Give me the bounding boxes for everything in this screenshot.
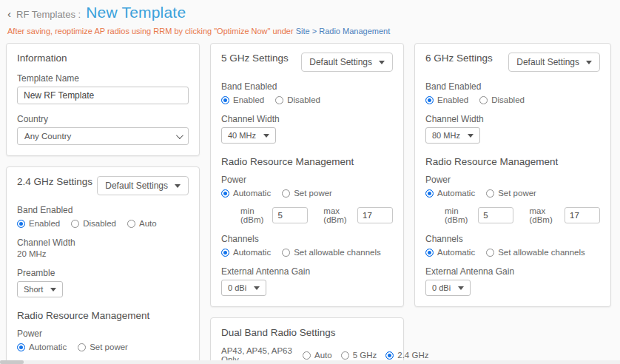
country-label: Country [17, 114, 189, 124]
radio-band5-channels-automatic[interactable]: Automatic [221, 248, 271, 257]
band6-rrm-title: Radio Resource Management [425, 156, 600, 167]
band24-default-settings-label: Default Settings [105, 181, 168, 191]
radio-label: Disabled [83, 219, 116, 228]
band6-channel-width-select[interactable]: 80 MHz [425, 127, 480, 144]
radio-icon [221, 189, 229, 198]
band6-minmax-row: min (dBm) max (dBm) [445, 206, 600, 224]
band24-preamble-label: Preamble [17, 268, 189, 278]
band5-min-label: min (dBm) [240, 206, 267, 224]
country-select[interactable]: Any Country [17, 127, 189, 145]
radio-label: Disabled [491, 95, 525, 104]
content-columns: Information Template Name Country Any Co… [0, 36, 620, 364]
horizontal-scrollbar[interactable] [0, 360, 620, 364]
band5-max-input[interactable] [357, 207, 393, 223]
band5-channel-width-select[interactable]: 40 MHz [221, 127, 276, 144]
band24-preamble-value: Short [24, 285, 43, 294]
band6-default-settings-button[interactable]: Default Settings [508, 53, 600, 72]
radio-ap43-24ghz[interactable]: 2.4 GHz [385, 351, 428, 360]
band5-title: 5 GHz Settings [221, 53, 289, 64]
rrm-notice: After saving, reoptimize AP radios using… [7, 27, 613, 36]
radio-label: Enabled [29, 219, 60, 228]
template-name-input[interactable] [17, 87, 189, 104]
radio-label: Auto [314, 351, 332, 360]
chevron-down-icon [468, 134, 474, 138]
dual-band-title: Dual Band Radio Settings [221, 327, 393, 338]
band6-antenna-gain-select[interactable]: 0 dBi [425, 280, 471, 296]
band5-antenna-gain-label: External Antenna Gain [221, 266, 393, 277]
radio-ap43-auto[interactable]: Auto [303, 351, 332, 360]
radio-icon [282, 189, 290, 198]
band6-max-label: max (dBm) [529, 206, 559, 224]
band24-channel-width-value: 20 MHz [17, 249, 189, 258]
band24-power-label: Power [17, 328, 189, 339]
band5-antenna-gain-select[interactable]: 0 dBi [221, 280, 266, 296]
radio-icon [282, 249, 290, 257]
band5-power-group: Automatic Set power [221, 189, 393, 198]
radio-icon [221, 249, 229, 257]
radio-band5-enabled[interactable]: Enabled [221, 95, 264, 104]
band24-rrm-title: Radio Resource Management [17, 310, 189, 321]
radio-band24-disabled[interactable]: Disabled [71, 219, 116, 228]
radio-icon [341, 351, 349, 360]
radio-band24-power-set[interactable]: Set power [78, 343, 128, 351]
radio-label: Set allowable channels [498, 248, 585, 257]
scrollbar-thumb[interactable] [0, 360, 24, 364]
radio-band6-power-set[interactable]: Set power [486, 189, 536, 198]
band5-rrm-title: Radio Resource Management [221, 156, 393, 167]
radio-label: Set power [498, 189, 536, 198]
radio-band24-power-automatic[interactable]: Automatic [17, 343, 67, 351]
back-chevron-icon[interactable]: ‹ [7, 8, 11, 19]
radio-ap43-5ghz[interactable]: 5 GHz [341, 351, 377, 360]
band5-max-label: max (dBm) [323, 206, 352, 224]
radio-band6-enabled[interactable]: Enabled [425, 95, 468, 104]
page-title: New Template [86, 4, 186, 21]
radio-band5-channels-set[interactable]: Set allowable channels [282, 248, 381, 257]
radio-band24-auto[interactable]: Auto [127, 219, 157, 228]
band6-antenna-gain-value: 0 dBi [432, 283, 451, 292]
radio-label: Enabled [233, 95, 264, 104]
radio-band5-disabled[interactable]: Disabled [275, 95, 320, 104]
radio-band6-channels-automatic[interactable]: Automatic [425, 248, 475, 257]
chevron-down-icon [458, 286, 464, 290]
radio-band5-power-set[interactable]: Set power [282, 189, 332, 198]
band5-min-input[interactable] [272, 207, 308, 223]
chevron-down-icon [175, 184, 181, 188]
radio-band6-channels-set[interactable]: Set allowable channels [486, 248, 585, 257]
band24-band-enabled-label: Band Enabled [17, 205, 189, 215]
rrm-notice-text: After saving, reoptimize AP radios using… [7, 27, 296, 36]
band5-channels-group: Automatic Set allowable channels [221, 248, 393, 257]
band24-default-settings-button[interactable]: Default Settings [97, 176, 189, 195]
band5-antenna-gain-value: 0 dBi [228, 283, 246, 292]
radio-label: Automatic [29, 343, 67, 351]
band6-channels-label: Channels [425, 234, 600, 244]
band6-max-input[interactable] [565, 207, 600, 223]
band6-panel: 6 GHz Settings Default Settings Band Ena… [414, 43, 611, 307]
band24-channel-width-label: Channel Width [17, 237, 189, 248]
band5-band-enabled-label: Band Enabled [221, 81, 393, 92]
radio-band6-power-automatic[interactable]: Automatic [425, 189, 475, 198]
band5-power-label: Power [221, 175, 393, 185]
band6-antenna-gain-label: External Antenna Gain [425, 266, 600, 277]
radio-management-link[interactable]: Site > Radio Management [296, 27, 391, 36]
breadcrumb[interactable]: RF Templates : [16, 9, 81, 20]
radio-band5-power-automatic[interactable]: Automatic [221, 189, 271, 198]
band6-min-label: min (dBm) [445, 206, 473, 224]
band24-preamble-select[interactable]: Short [17, 281, 63, 297]
band6-min-input[interactable] [478, 207, 513, 223]
radio-icon [17, 220, 25, 228]
radio-band24-enabled[interactable]: Enabled [17, 219, 60, 228]
radio-icon [221, 96, 229, 104]
band5-minmax-row: min (dBm) max (dBm) [240, 206, 393, 224]
band6-channels-group: Automatic Set allowable channels [425, 248, 600, 257]
band5-band-enabled-group: Enabled Disabled [221, 95, 393, 104]
band5-default-settings-button[interactable]: Default Settings [301, 53, 393, 72]
dual-band-ap43-group: Auto 5 GHz 2.4 GHz [303, 351, 428, 360]
band6-power-label: Power [425, 175, 600, 185]
radio-label: Auto [139, 219, 157, 228]
band5-channel-width-value: 40 MHz [228, 131, 256, 140]
radio-icon [303, 351, 311, 360]
chevron-down-icon [176, 132, 183, 139]
radio-band6-disabled[interactable]: Disabled [479, 95, 525, 104]
radio-label: Automatic [437, 189, 475, 198]
radio-icon [425, 189, 434, 198]
